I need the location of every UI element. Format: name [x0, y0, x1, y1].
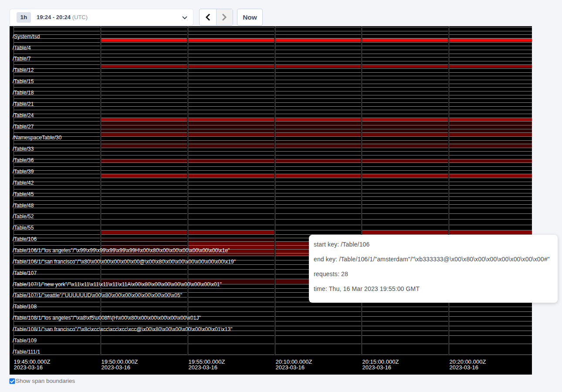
svg-text:/Table/24: /Table/24 [13, 112, 34, 118]
svg-text:2023-03-16: 2023-03-16 [189, 364, 218, 371]
svg-text:/Table/21: /Table/21 [13, 101, 34, 107]
svg-text:/System/tsd: /System/tsd [13, 34, 40, 40]
svg-text:/Table/107/1/"new york"/"\x11\: /Table/107/1/"new york"/"\x11\x11\x11\x1… [13, 281, 222, 287]
svg-text:/Table/52: /Table/52 [13, 213, 34, 220]
svg-text:/Table/39: /Table/39 [13, 169, 34, 175]
svg-text:/Table/111/1: /Table/111/1 [13, 349, 41, 355]
svg-text:/Table/106/1/"san francisco"/": /Table/106/1/"san francisco"/"\x80\x00\x… [13, 259, 236, 265]
svg-text:/Table/33: /Table/33 [13, 146, 34, 152]
svg-text:/Table/36: /Table/36 [13, 157, 34, 163]
svg-text:/Table/15: /Table/15 [13, 78, 34, 84]
svg-text:/Table/42: /Table/42 [13, 180, 34, 186]
svg-text:/Table/108/1/"san francisco"/": /Table/108/1/"san francisco"/"\x8c\xcc\x… [13, 326, 233, 332]
svg-text:/Table/12: /Table/12 [13, 67, 34, 73]
svg-text:/NamespaceTable/30: /NamespaceTable/30 [13, 135, 62, 141]
svg-text:/Table/106/1/"los angeles"/"\x: /Table/106/1/"los angeles"/"\x99\x99\x99… [13, 247, 230, 253]
svg-text:2023-03-16: 2023-03-16 [362, 364, 392, 371]
svg-text:/Table/48: /Table/48 [13, 203, 34, 209]
svg-text:2023-03-16: 2023-03-16 [102, 364, 131, 371]
svg-text:/Table/107/1/"seattle"/"UUUUUU: /Table/107/1/"seattle"/"UUUUUUD\x00\x80\… [13, 292, 182, 298]
svg-text:/Table/18: /Table/18 [13, 90, 34, 96]
svg-text:/Table/55: /Table/55 [13, 225, 34, 231]
svg-text:/Table/45: /Table/45 [13, 191, 34, 197]
svg-text:2023-03-16: 2023-03-16 [276, 364, 305, 371]
svg-text:/Table/108/1/"los angeles"/"\x: /Table/108/1/"los angeles"/"\xa8\xf5\u00… [13, 315, 201, 321]
svg-text:2023-03-16: 2023-03-16 [450, 364, 479, 371]
svg-text:/Table/7: /Table/7 [13, 56, 31, 62]
svg-text:/Table/107: /Table/107 [13, 270, 37, 276]
svg-text:/Table/109: /Table/109 [13, 338, 37, 344]
svg-text:/Table/106: /Table/106 [13, 236, 37, 242]
svg-text:/Table/27: /Table/27 [13, 124, 34, 130]
svg-text:2023-03-16: 2023-03-16 [14, 364, 43, 371]
svg-text:/Table/108: /Table/108 [13, 304, 37, 310]
svg-text:/Table/4: /Table/4 [13, 45, 31, 51]
